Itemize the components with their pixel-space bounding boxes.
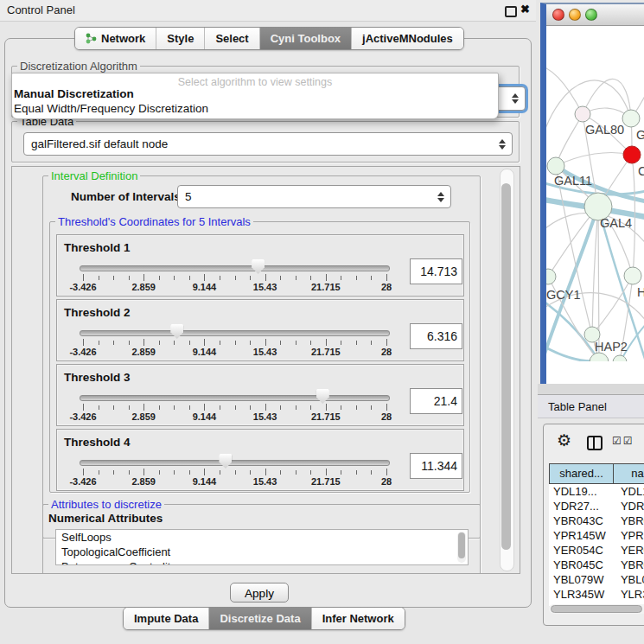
- table-row[interactable]: YLR345WYLR34: [549, 587, 644, 602]
- network-node[interactable]: [590, 353, 609, 361]
- tick-mark: [356, 470, 357, 475]
- tick-label: 28: [381, 411, 392, 422]
- split-table-icon[interactable]: [587, 436, 603, 450]
- tick-label: 21.715: [311, 347, 341, 357]
- scrollbar-thumb[interactable]: [551, 605, 642, 613]
- float-window-icon[interactable]: [505, 6, 517, 17]
- panel-scrollbar[interactable]: [500, 169, 514, 571]
- cell-name: YDR27: [614, 499, 644, 513]
- table-row[interactable]: YDL19...YDL19: [549, 484, 644, 499]
- apply-button[interactable]: Apply: [230, 583, 289, 603]
- horizontal-scrollbar[interactable]: [549, 604, 644, 614]
- threshold-value-field[interactable]: 14.713: [410, 258, 462, 284]
- tick-mark: [386, 339, 387, 346]
- tick-label: 9.144: [193, 411, 217, 422]
- tick-mark: [129, 341, 130, 345]
- network-node[interactable]: [623, 146, 641, 163]
- slider-track[interactable]: [80, 460, 390, 466]
- checkbox-icons[interactable]: ☑☑: [612, 435, 634, 447]
- network-canvas[interactable]: GAL80GACGAL11GAL4GCY1HHAP2: [546, 26, 644, 361]
- network-node[interactable]: [624, 267, 641, 284]
- threshold-value-field[interactable]: 21.4: [410, 388, 462, 414]
- tick-mark: [310, 341, 311, 345]
- tick-mark: [250, 341, 251, 345]
- minimize-traffic-light-icon[interactable]: [569, 9, 581, 21]
- table-row[interactable]: YPR145WYPR14: [549, 528, 644, 543]
- tick-mark: [143, 274, 144, 281]
- table-row[interactable]: YBR043CYBR04: [549, 513, 644, 528]
- threshold-panel: Threshold 3-3.4262.8599.14415.4321.71528…: [56, 364, 464, 426]
- network-node[interactable]: [622, 110, 640, 127]
- slider-thumb[interactable]: [316, 389, 329, 404]
- tick-mark: [113, 470, 114, 475]
- number-of-intervals-label: Number of Intervals: [71, 190, 181, 203]
- table-row[interactable]: YDR27...YDR27: [549, 499, 644, 513]
- scrollbar-thumb[interactable]: [501, 183, 511, 550]
- interval-definition-group: Interval Definition Number of Intervals …: [42, 175, 481, 539]
- tick-label: 9.144: [193, 282, 217, 292]
- cell-shared-name: YBR043C: [549, 513, 614, 528]
- tick-label: -3.426: [69, 476, 96, 487]
- tick-mark: [129, 276, 130, 280]
- dropdown-option-equal-width[interactable]: Equal Width/Frequency Discretization: [14, 102, 208, 115]
- network-node[interactable]: [547, 157, 564, 175]
- close-icon[interactable]: ✖: [520, 3, 530, 16]
- tick-mark: [174, 470, 175, 475]
- list-item[interactable]: BetweennessCentrality: [56, 559, 468, 565]
- tick-mark: [129, 405, 130, 410]
- tab-label: Style: [167, 32, 194, 45]
- list-item[interactable]: TopologicalCoefficient: [56, 545, 468, 559]
- slider-track[interactable]: [80, 265, 390, 271]
- numerical-attributes-list[interactable]: SelfLoopsTopologicalCoefficientBetweenne…: [55, 529, 469, 565]
- threshold-value-field[interactable]: 11.344: [410, 453, 462, 479]
- network-node[interactable]: [575, 106, 590, 122]
- list-scrollbar[interactable]: [457, 532, 466, 563]
- tab-jactivemnodules[interactable]: jActiveMNodules: [352, 28, 463, 49]
- tick-mark: [296, 405, 296, 410]
- slider-thumb[interactable]: [170, 324, 183, 339]
- cell-shared-name: YLR345W: [549, 587, 614, 602]
- table-row[interactable]: YBR045CYBR04: [549, 558, 644, 572]
- discretization-algorithm-label: Discretization Algorithm: [17, 60, 140, 73]
- number-of-intervals-combobox[interactable]: 5: [177, 185, 451, 208]
- gear-icon[interactable]: ⚙: [557, 430, 571, 450]
- list-item[interactable]: SelfLoops: [56, 530, 468, 545]
- column-header-name[interactable]: name: [613, 463, 644, 484]
- table-data-group: Table Data galFiltered.sif default node: [11, 121, 520, 163]
- threshold-value-field[interactable]: 6.316: [410, 323, 462, 349]
- zoom-traffic-light-icon[interactable]: [585, 9, 597, 21]
- network-node[interactable]: [546, 269, 556, 284]
- tick-mark: [341, 470, 341, 475]
- tab-cyni-toolbox[interactable]: Cyni Toolbox: [260, 28, 352, 49]
- tab-discretize-data[interactable]: Discretize Data: [209, 608, 311, 629]
- tick-label: 2.859: [131, 411, 156, 422]
- table-row[interactable]: YBL079WYBL07: [549, 572, 644, 587]
- tab-impute-data[interactable]: Impute Data: [124, 608, 209, 629]
- top-tab-strip: NetworkStyleSelectCyni ToolboxjActiveMNo…: [74, 27, 464, 50]
- slider-thumb[interactable]: [252, 259, 265, 274]
- column-header-shared-name[interactable]: shared...: [549, 463, 614, 484]
- slider-thumb[interactable]: [219, 454, 232, 469]
- network-node[interactable]: [613, 355, 627, 361]
- tick-label: 9.144: [193, 347, 217, 357]
- table-panel: ⚙ ☑☑ shared... name YDL19...YDL19YDR27..…: [543, 424, 644, 626]
- tab-infer-network[interactable]: Infer Network: [312, 608, 405, 629]
- slider-track[interactable]: [80, 395, 390, 401]
- threshold-panel: Threshold 2-3.4262.8599.14415.4321.71528…: [56, 299, 464, 361]
- cell-name: YER05: [614, 543, 644, 558]
- table-rows[interactable]: YDL19...YDL19YDR27...YDR27YBR043CYBR04YP…: [549, 484, 644, 606]
- tab-style[interactable]: Style: [156, 28, 205, 49]
- attributes-group-label: Attributes to discretize: [48, 498, 164, 511]
- tick-mark: [310, 470, 311, 475]
- slider-track[interactable]: [80, 330, 390, 336]
- table-data-combobox[interactable]: galFiltered.sif default node: [23, 132, 513, 156]
- dropdown-option-manual[interactable]: Manual Discretization: [14, 87, 134, 100]
- threshold-coordinates-label: Threshold's Coordinates for 5 Intervals: [55, 215, 253, 228]
- tick-mark: [386, 404, 387, 411]
- close-traffic-light-icon[interactable]: [552, 9, 564, 21]
- tab-select[interactable]: Select: [205, 28, 259, 49]
- tick-mark: [265, 469, 266, 475]
- tab-network[interactable]: Network: [75, 28, 156, 49]
- table-row[interactable]: YER054CYER05: [549, 543, 644, 558]
- cell-name: YBR04: [614, 558, 644, 572]
